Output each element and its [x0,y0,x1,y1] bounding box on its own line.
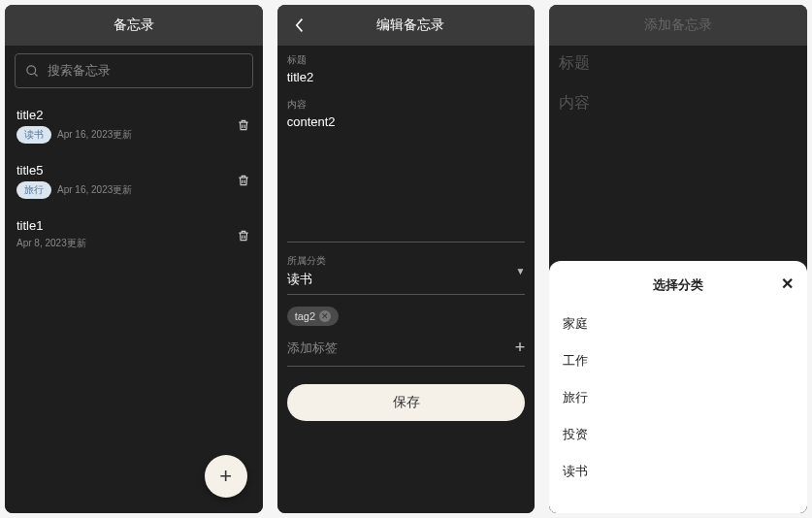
category-pill: 旅行 [16,181,51,199]
svg-point-0 [27,65,36,74]
category-value: 读书 [287,271,516,288]
memo-date: Apr 16, 2023更新 [57,128,132,142]
search-icon [25,64,40,79]
page-title: 添加备忘录 [563,16,794,34]
content-field[interactable]: 内容 content2 [287,98,526,224]
sheet-title: 选择分类 [653,276,703,294]
memo-date: Apr 8, 2023更新 [16,237,86,250]
plus-icon: + [515,338,526,358]
memo-item[interactable]: title1Apr 8, 2023更新 [15,210,253,262]
category-label: 所属分类 [287,254,516,268]
title-field: 标题 [559,53,797,74]
memo-date: Apr 16, 2023更新 [57,183,132,197]
content-value: content2 [287,114,526,129]
header: 备忘录 [5,5,263,46]
title-field[interactable]: 标题 title2 [287,53,526,84]
search-input[interactable]: 搜索备忘录 [15,53,253,88]
title-label: 标题 [287,53,526,67]
category-option[interactable]: 读书 [563,453,794,490]
add-tag-label: 添加标签 [287,340,338,357]
tags-row: tag2 ✕ [287,307,526,326]
tag-label: tag2 [295,310,315,322]
category-option[interactable]: 旅行 [563,379,794,416]
memo-item[interactable]: title2读书Apr 16, 2023更新 [15,100,253,155]
memo-item[interactable]: title5旅行Apr 16, 2023更新 [15,155,253,210]
search-placeholder: 搜索备忘录 [48,62,111,80]
memo-title: title2 [16,108,228,122]
tag-chip[interactable]: tag2 ✕ [287,307,339,326]
memo-title: title1 [16,218,228,233]
plus-icon: + [219,464,232,489]
delete-icon[interactable] [236,226,251,245]
sheet-header: 选择分类 ✕ [563,273,794,306]
content-field: 内容 [559,93,797,113]
category-option[interactable]: 家庭 [563,306,794,342]
header: 添加备忘录 [549,5,807,46]
chevron-down-icon: ▼ [515,266,525,276]
content-area: 搜索备忘录 title2读书Apr 16, 2023更新title5旅行Apr … [5,46,263,513]
title-value: title2 [287,70,526,84]
edit-memo-screen: 编辑备忘录 标题 title2 内容 content2 所属分类 读书 ▼ ta… [277,5,536,513]
tag-remove-icon[interactable]: ✕ [319,310,331,322]
content-label: 内容 [287,98,526,112]
delete-icon[interactable] [236,115,251,135]
content-placeholder: 内容 [559,93,797,113]
category-option[interactable]: 投资 [563,416,794,453]
content-area: 标题 title2 内容 content2 所属分类 读书 ▼ tag2 ✕ 添… [277,46,536,513]
delete-icon[interactable] [236,171,251,190]
add-memo-screen: 添加备忘录 标题 内容 选择分类 ✕ 家庭工作旅行投资读书 [549,5,807,513]
save-button[interactable]: 保存 [287,384,526,421]
add-tag-button[interactable]: 添加标签 + [287,338,526,367]
memo-list-screen: 备忘录 搜索备忘录 title2读书Apr 16, 2023更新title5旅行… [5,5,263,513]
category-dropdown[interactable]: 所属分类 读书 ▼ [287,254,526,295]
close-button[interactable]: ✕ [781,275,794,293]
add-memo-fab[interactable]: + [205,455,247,498]
page-title: 备忘录 [18,16,249,34]
memo-title: title5 [16,163,228,178]
category-option[interactable]: 工作 [563,342,794,379]
title-placeholder: 标题 [559,53,797,74]
category-pill: 读书 [16,126,51,144]
svg-line-1 [34,73,37,76]
page-title: 编辑备忘录 [299,16,522,34]
category-sheet: 选择分类 ✕ 家庭工作旅行投资读书 [549,261,807,513]
header: 编辑备忘录 [277,5,536,46]
